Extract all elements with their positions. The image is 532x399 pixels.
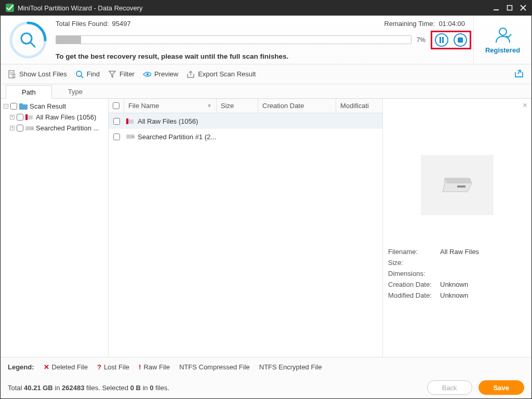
total-found-label: Total Files Found: xyxy=(56,20,109,28)
expand-icon[interactable]: + xyxy=(10,126,15,130)
collapse-icon[interactable]: − xyxy=(4,104,8,109)
svg-rect-10 xyxy=(458,37,463,43)
meta-value-mdate: Unknown xyxy=(440,291,468,299)
export-icon xyxy=(187,70,195,78)
scan-message: To get the best recovery result, please … xyxy=(56,52,473,60)
meta-value-filename: All Raw Files xyxy=(440,248,479,256)
preview-thumbnail xyxy=(421,155,494,215)
toolbar: Show Lost Files Find Filter Preview Expo… xyxy=(1,64,531,84)
file-row-checkbox[interactable] xyxy=(113,118,120,125)
filter-icon xyxy=(108,70,116,78)
legend-deleted: ✕Deleted File xyxy=(44,363,88,371)
folder-icon xyxy=(19,103,28,110)
find-button[interactable]: Find xyxy=(75,70,100,78)
tree-item-raw-files[interactable]: + All Raw Files (1056) xyxy=(4,112,108,123)
meta-label-size: Size: xyxy=(388,259,440,267)
show-lost-files-button[interactable]: Show Lost Files xyxy=(8,70,67,78)
app-icon xyxy=(5,3,15,12)
registered-label: Registered xyxy=(485,46,520,54)
tree-root-checkbox[interactable] xyxy=(10,103,17,110)
select-all-checkbox[interactable] xyxy=(113,102,119,109)
svg-point-11 xyxy=(499,28,507,35)
tab-path[interactable]: Path xyxy=(6,85,52,99)
folder-tree: − Scan Result + All Raw Files (1056) + S… xyxy=(1,99,109,357)
file-row[interactable]: All Raw Files (1056) xyxy=(109,113,382,129)
svg-rect-8 xyxy=(440,37,441,43)
question-icon: ? xyxy=(97,363,101,371)
file-list: File Name▼ Size Creation Date Modificati… xyxy=(109,99,383,357)
share-button[interactable] xyxy=(514,69,524,79)
progress-percent: 7% xyxy=(417,36,425,44)
tab-type[interactable]: Type xyxy=(52,85,99,98)
footer: Total 40.21 GB in 262483 files. Selected… xyxy=(1,377,531,398)
preview-button[interactable]: Preview xyxy=(143,70,178,78)
window-title: MiniTool Partition Wizard - Data Recover… xyxy=(18,4,143,12)
col-filename[interactable]: File Name▼ xyxy=(124,99,217,113)
legend-lost: ?Lost File xyxy=(97,363,129,371)
raw-drive-icon xyxy=(25,114,34,121)
list-header: File Name▼ Size Creation Date Modificati xyxy=(109,99,382,113)
col-modified-date[interactable]: Modificati xyxy=(336,99,382,113)
file-name: All Raw Files (1056) xyxy=(138,117,198,125)
filter-button[interactable]: Filter xyxy=(108,70,135,78)
svg-line-7 xyxy=(31,43,35,47)
legend-compressed: NTFS Compressed File xyxy=(179,363,250,371)
svg-point-18 xyxy=(147,73,149,75)
svg-rect-9 xyxy=(442,37,444,43)
close-icon[interactable]: × xyxy=(523,101,527,110)
titlebar: MiniTool Partition Wizard - Data Recover… xyxy=(0,0,532,16)
svg-rect-28 xyxy=(132,136,134,137)
file-row[interactable]: Searched Partition #1 (2... xyxy=(109,129,382,144)
tree-item-searched-partition[interactable]: + Searched Partition ... xyxy=(4,123,108,134)
document-icon xyxy=(8,70,16,78)
svg-marker-30 xyxy=(445,178,472,183)
legend: Legend: ✕Deleted File ?Lost File !Raw Fi… xyxy=(1,357,531,377)
progress-bar xyxy=(56,35,411,44)
remaining-time-value: 01:04:00 xyxy=(438,20,465,28)
col-creation-date[interactable]: Creation Date xyxy=(258,99,336,113)
meta-label-filename: Filename: xyxy=(388,248,440,256)
col-size[interactable]: Size xyxy=(217,99,258,113)
svg-rect-31 xyxy=(457,185,466,188)
maximize-button[interactable] xyxy=(503,2,516,14)
minimize-button[interactable] xyxy=(489,2,503,14)
total-found-count: 95497 xyxy=(112,20,131,28)
file-row-checkbox[interactable] xyxy=(113,134,120,140)
back-button[interactable]: Back xyxy=(427,380,472,395)
account-panel[interactable]: Registered xyxy=(473,16,531,64)
legend-raw: !Raw File xyxy=(139,363,170,371)
tree-item-checkbox[interactable] xyxy=(17,125,23,131)
stop-button[interactable] xyxy=(454,33,467,47)
x-icon: ✕ xyxy=(44,363,49,371)
expand-icon[interactable]: + xyxy=(10,115,15,119)
close-button[interactable] xyxy=(516,2,530,14)
meta-label-mdate: Modified Date: xyxy=(388,291,440,299)
file-name: Searched Partition #1 (2... xyxy=(138,133,216,141)
file-metadata: Filename:All Raw Files Size: Dimensions:… xyxy=(388,246,526,301)
legend-label: Legend: xyxy=(8,363,34,371)
footer-summary: Total 40.21 GB in 262483 files. Selected… xyxy=(8,384,169,392)
svg-rect-24 xyxy=(32,128,33,129)
exclaim-icon: ! xyxy=(139,363,141,371)
pause-button[interactable] xyxy=(435,33,448,47)
meta-label-cdate: Creation Date: xyxy=(388,281,440,288)
meta-value-cdate: Unknown xyxy=(440,281,468,288)
export-scan-result-button[interactable]: Export Scan Result xyxy=(187,70,256,78)
meta-label-dimensions: Dimensions: xyxy=(388,270,440,277)
scan-panel: Total Files Found: 95497 Remaining Time:… xyxy=(1,16,531,64)
legend-encrypted: NTFS Encrypted File xyxy=(259,363,322,371)
eye-icon xyxy=(143,70,151,78)
sort-desc-icon: ▼ xyxy=(207,103,212,109)
svg-line-17 xyxy=(81,76,83,78)
user-icon xyxy=(494,26,512,45)
svg-point-16 xyxy=(76,71,82,76)
scan-icon xyxy=(1,16,56,64)
content-area: − Scan Result + All Raw Files (1056) + S… xyxy=(1,99,531,357)
save-button[interactable]: Save xyxy=(478,380,524,395)
search-icon xyxy=(75,70,84,78)
pause-stop-highlight xyxy=(431,31,471,49)
svg-rect-26 xyxy=(126,118,128,124)
svg-rect-20 xyxy=(19,103,23,105)
tree-root[interactable]: − Scan Result xyxy=(4,101,108,112)
tree-item-checkbox[interactable] xyxy=(17,114,23,121)
